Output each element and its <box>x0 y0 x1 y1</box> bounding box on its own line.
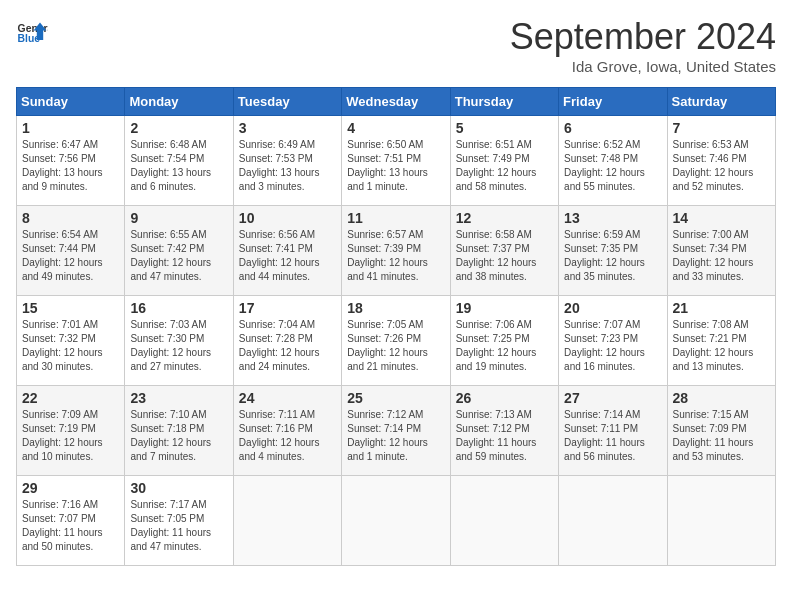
day-number: 25 <box>347 390 444 406</box>
day-number: 13 <box>564 210 661 226</box>
calendar-cell: 1Sunrise: 6:47 AMSunset: 7:56 PMDaylight… <box>17 116 125 206</box>
calendar-table: SundayMondayTuesdayWednesdayThursdayFrid… <box>16 87 776 566</box>
day-info: Sunrise: 6:59 AMSunset: 7:35 PMDaylight:… <box>564 228 661 284</box>
day-info: Sunrise: 7:03 AMSunset: 7:30 PMDaylight:… <box>130 318 227 374</box>
day-number: 10 <box>239 210 336 226</box>
day-info: Sunrise: 6:48 AMSunset: 7:54 PMDaylight:… <box>130 138 227 194</box>
calendar-cell: 25Sunrise: 7:12 AMSunset: 7:14 PMDayligh… <box>342 386 450 476</box>
calendar-cell: 13Sunrise: 6:59 AMSunset: 7:35 PMDayligh… <box>559 206 667 296</box>
header-tuesday: Tuesday <box>233 88 341 116</box>
calendar-cell: 14Sunrise: 7:00 AMSunset: 7:34 PMDayligh… <box>667 206 775 296</box>
calendar-cell <box>559 476 667 566</box>
day-info: Sunrise: 6:57 AMSunset: 7:39 PMDaylight:… <box>347 228 444 284</box>
day-number: 20 <box>564 300 661 316</box>
day-info: Sunrise: 7:04 AMSunset: 7:28 PMDaylight:… <box>239 318 336 374</box>
calendar-cell: 7Sunrise: 6:53 AMSunset: 7:46 PMDaylight… <box>667 116 775 206</box>
day-number: 28 <box>673 390 770 406</box>
day-number: 29 <box>22 480 119 496</box>
calendar-cell: 11Sunrise: 6:57 AMSunset: 7:39 PMDayligh… <box>342 206 450 296</box>
day-number: 5 <box>456 120 553 136</box>
day-number: 11 <box>347 210 444 226</box>
calendar-cell: 19Sunrise: 7:06 AMSunset: 7:25 PMDayligh… <box>450 296 558 386</box>
day-number: 21 <box>673 300 770 316</box>
day-info: Sunrise: 7:01 AMSunset: 7:32 PMDaylight:… <box>22 318 119 374</box>
day-number: 3 <box>239 120 336 136</box>
calendar-cell: 30Sunrise: 7:17 AMSunset: 7:05 PMDayligh… <box>125 476 233 566</box>
day-info: Sunrise: 6:55 AMSunset: 7:42 PMDaylight:… <box>130 228 227 284</box>
calendar-cell: 3Sunrise: 6:49 AMSunset: 7:53 PMDaylight… <box>233 116 341 206</box>
day-number: 23 <box>130 390 227 406</box>
day-info: Sunrise: 6:58 AMSunset: 7:37 PMDaylight:… <box>456 228 553 284</box>
logo-icon: General Blue <box>16 16 48 48</box>
day-number: 22 <box>22 390 119 406</box>
day-info: Sunrise: 6:54 AMSunset: 7:44 PMDaylight:… <box>22 228 119 284</box>
day-number: 8 <box>22 210 119 226</box>
day-number: 30 <box>130 480 227 496</box>
day-info: Sunrise: 6:51 AMSunset: 7:49 PMDaylight:… <box>456 138 553 194</box>
day-info: Sunrise: 6:56 AMSunset: 7:41 PMDaylight:… <box>239 228 336 284</box>
day-info: Sunrise: 7:06 AMSunset: 7:25 PMDaylight:… <box>456 318 553 374</box>
day-number: 27 <box>564 390 661 406</box>
calendar-cell: 23Sunrise: 7:10 AMSunset: 7:18 PMDayligh… <box>125 386 233 476</box>
day-info: Sunrise: 7:12 AMSunset: 7:14 PMDaylight:… <box>347 408 444 464</box>
header-wednesday: Wednesday <box>342 88 450 116</box>
day-number: 26 <box>456 390 553 406</box>
day-info: Sunrise: 7:14 AMSunset: 7:11 PMDaylight:… <box>564 408 661 464</box>
day-number: 15 <box>22 300 119 316</box>
day-info: Sunrise: 6:53 AMSunset: 7:46 PMDaylight:… <box>673 138 770 194</box>
day-number: 7 <box>673 120 770 136</box>
day-info: Sunrise: 6:52 AMSunset: 7:48 PMDaylight:… <box>564 138 661 194</box>
day-info: Sunrise: 7:16 AMSunset: 7:07 PMDaylight:… <box>22 498 119 554</box>
header-thursday: Thursday <box>450 88 558 116</box>
calendar-cell <box>342 476 450 566</box>
day-number: 6 <box>564 120 661 136</box>
week-row-4: 22Sunrise: 7:09 AMSunset: 7:19 PMDayligh… <box>17 386 776 476</box>
day-info: Sunrise: 6:49 AMSunset: 7:53 PMDaylight:… <box>239 138 336 194</box>
calendar-cell: 17Sunrise: 7:04 AMSunset: 7:28 PMDayligh… <box>233 296 341 386</box>
calendar-cell: 12Sunrise: 6:58 AMSunset: 7:37 PMDayligh… <box>450 206 558 296</box>
day-number: 18 <box>347 300 444 316</box>
header-saturday: Saturday <box>667 88 775 116</box>
day-number: 12 <box>456 210 553 226</box>
calendar-cell: 21Sunrise: 7:08 AMSunset: 7:21 PMDayligh… <box>667 296 775 386</box>
week-row-2: 8Sunrise: 6:54 AMSunset: 7:44 PMDaylight… <box>17 206 776 296</box>
calendar-cell: 4Sunrise: 6:50 AMSunset: 7:51 PMDaylight… <box>342 116 450 206</box>
day-number: 14 <box>673 210 770 226</box>
logo: General Blue <box>16 16 48 48</box>
calendar-cell: 5Sunrise: 6:51 AMSunset: 7:49 PMDaylight… <box>450 116 558 206</box>
day-info: Sunrise: 7:00 AMSunset: 7:34 PMDaylight:… <box>673 228 770 284</box>
week-row-3: 15Sunrise: 7:01 AMSunset: 7:32 PMDayligh… <box>17 296 776 386</box>
day-info: Sunrise: 7:05 AMSunset: 7:26 PMDaylight:… <box>347 318 444 374</box>
calendar-cell: 16Sunrise: 7:03 AMSunset: 7:30 PMDayligh… <box>125 296 233 386</box>
calendar-cell: 15Sunrise: 7:01 AMSunset: 7:32 PMDayligh… <box>17 296 125 386</box>
calendar-cell: 2Sunrise: 6:48 AMSunset: 7:54 PMDaylight… <box>125 116 233 206</box>
day-info: Sunrise: 7:11 AMSunset: 7:16 PMDaylight:… <box>239 408 336 464</box>
day-number: 16 <box>130 300 227 316</box>
day-info: Sunrise: 7:13 AMSunset: 7:12 PMDaylight:… <box>456 408 553 464</box>
day-info: Sunrise: 7:07 AMSunset: 7:23 PMDaylight:… <box>564 318 661 374</box>
day-info: Sunrise: 6:50 AMSunset: 7:51 PMDaylight:… <box>347 138 444 194</box>
calendar-cell: 22Sunrise: 7:09 AMSunset: 7:19 PMDayligh… <box>17 386 125 476</box>
calendar-cell: 6Sunrise: 6:52 AMSunset: 7:48 PMDaylight… <box>559 116 667 206</box>
calendar-cell: 28Sunrise: 7:15 AMSunset: 7:09 PMDayligh… <box>667 386 775 476</box>
month-title: September 2024 <box>510 16 776 58</box>
day-info: Sunrise: 7:10 AMSunset: 7:18 PMDaylight:… <box>130 408 227 464</box>
title-section: September 2024 Ida Grove, Iowa, United S… <box>510 16 776 75</box>
day-number: 4 <box>347 120 444 136</box>
day-number: 9 <box>130 210 227 226</box>
calendar-cell: 20Sunrise: 7:07 AMSunset: 7:23 PMDayligh… <box>559 296 667 386</box>
day-info: Sunrise: 7:17 AMSunset: 7:05 PMDaylight:… <box>130 498 227 554</box>
day-number: 19 <box>456 300 553 316</box>
calendar-cell: 8Sunrise: 6:54 AMSunset: 7:44 PMDaylight… <box>17 206 125 296</box>
week-row-1: 1Sunrise: 6:47 AMSunset: 7:56 PMDaylight… <box>17 116 776 206</box>
header-monday: Monday <box>125 88 233 116</box>
day-info: Sunrise: 7:09 AMSunset: 7:19 PMDaylight:… <box>22 408 119 464</box>
calendar-cell <box>450 476 558 566</box>
day-info: Sunrise: 7:15 AMSunset: 7:09 PMDaylight:… <box>673 408 770 464</box>
calendar-cell: 26Sunrise: 7:13 AMSunset: 7:12 PMDayligh… <box>450 386 558 476</box>
location-title: Ida Grove, Iowa, United States <box>510 58 776 75</box>
week-row-5: 29Sunrise: 7:16 AMSunset: 7:07 PMDayligh… <box>17 476 776 566</box>
header-friday: Friday <box>559 88 667 116</box>
calendar-cell: 29Sunrise: 7:16 AMSunset: 7:07 PMDayligh… <box>17 476 125 566</box>
calendar-cell: 18Sunrise: 7:05 AMSunset: 7:26 PMDayligh… <box>342 296 450 386</box>
